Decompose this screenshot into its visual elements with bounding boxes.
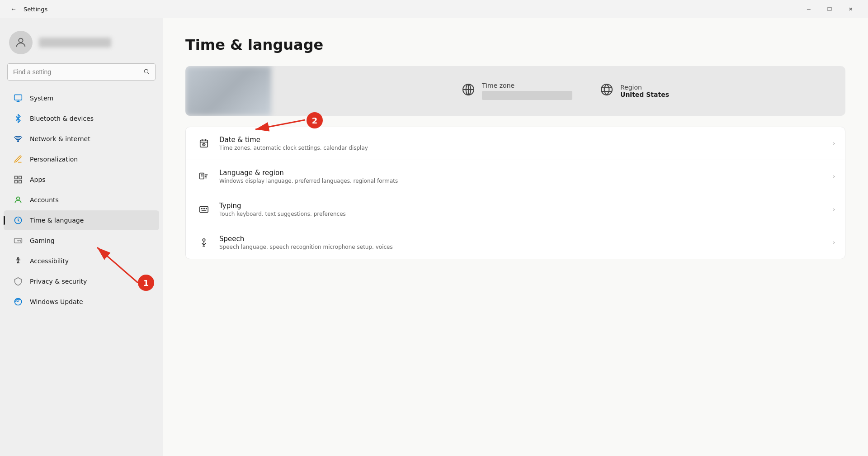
typing-icon bbox=[196, 201, 212, 218]
svg-rect-35 bbox=[200, 207, 208, 213]
banner-info: Time zone R bbox=[298, 82, 832, 100]
close-button[interactable]: ✕ bbox=[840, 0, 861, 18]
accounts-icon bbox=[13, 195, 24, 205]
sidebar-item-time[interactable]: Time & language bbox=[4, 210, 159, 230]
svg-point-18 bbox=[17, 258, 19, 259]
svg-point-0 bbox=[19, 38, 23, 43]
personalization-icon bbox=[13, 154, 24, 165]
avatar bbox=[9, 31, 33, 54]
speech-chevron: › bbox=[833, 239, 835, 246]
time-icon bbox=[13, 215, 24, 226]
search-box[interactable] bbox=[7, 63, 156, 81]
region-section: Region United States bbox=[599, 82, 669, 100]
search-icon bbox=[143, 68, 150, 76]
timezone-label: Time zone bbox=[482, 82, 572, 89]
page-title: Time & language bbox=[185, 36, 845, 53]
language-region-desc: Windows display language, preferred lang… bbox=[219, 178, 833, 184]
svg-point-16 bbox=[20, 240, 20, 241]
update-icon bbox=[13, 296, 24, 307]
sidebar-item-accounts-label: Accounts bbox=[30, 196, 59, 204]
app-title: Settings bbox=[24, 6, 47, 13]
timezone-icon bbox=[461, 82, 476, 100]
region-label: Region bbox=[620, 84, 669, 91]
speech-row[interactable]: Speech Speech language, speech recogniti… bbox=[186, 226, 845, 259]
language-region-row[interactable]: Language & region Windows display langua… bbox=[186, 160, 845, 193]
svg-point-24 bbox=[601, 84, 612, 95]
typing-chevron: › bbox=[833, 206, 835, 213]
gaming-icon bbox=[13, 235, 24, 246]
sidebar-item-accessibility-label: Accessibility bbox=[30, 257, 69, 265]
typing-row[interactable]: Typing Touch keyboard, text suggestions,… bbox=[186, 193, 845, 226]
svg-point-41 bbox=[203, 239, 205, 242]
svg-point-11 bbox=[17, 197, 20, 200]
date-time-chevron: › bbox=[833, 140, 835, 147]
typing-text: Typing Touch keyboard, text suggestions,… bbox=[219, 202, 833, 217]
language-icon bbox=[196, 168, 212, 185]
apps-icon bbox=[13, 174, 24, 185]
svg-rect-8 bbox=[19, 176, 22, 179]
language-region-text: Language & region Windows display langua… bbox=[219, 169, 833, 184]
privacy-icon bbox=[13, 276, 24, 287]
svg-point-1 bbox=[144, 69, 148, 73]
date-time-desc: Time zones, automatic clock settings, ca… bbox=[219, 145, 833, 151]
speech-desc: Speech language, speech recognition micr… bbox=[219, 244, 833, 250]
search-input[interactable] bbox=[13, 68, 140, 76]
svg-point-17 bbox=[20, 241, 21, 241]
timezone-value bbox=[482, 91, 572, 100]
svg-point-6 bbox=[18, 141, 19, 142]
language-region-chevron: › bbox=[833, 173, 835, 180]
typing-title: Typing bbox=[219, 202, 833, 210]
speech-title: Speech bbox=[219, 235, 833, 243]
sidebar-item-bluetooth-label: Bluetooth & devices bbox=[30, 115, 94, 122]
speech-text: Speech Speech language, speech recogniti… bbox=[219, 235, 833, 250]
sidebar-item-network-label: Network & internet bbox=[30, 135, 90, 142]
accessibility-icon bbox=[13, 256, 24, 266]
back-button[interactable]: ← bbox=[7, 3, 20, 15]
content-area: Time & language Time zone bbox=[163, 18, 868, 456]
date-time-row[interactable]: Date & time Time zones, automatic clock … bbox=[186, 127, 845, 160]
sidebar-item-privacy-label: Privacy & security bbox=[30, 278, 87, 285]
svg-rect-7 bbox=[15, 176, 18, 179]
network-icon bbox=[13, 133, 24, 144]
minimize-button[interactable]: ─ bbox=[798, 0, 819, 18]
sidebar-item-gaming-label: Gaming bbox=[30, 237, 55, 244]
sidebar-item-personalization[interactable]: Personalization bbox=[4, 149, 159, 169]
banner-image bbox=[185, 66, 271, 116]
date-time-title: Date & time bbox=[219, 136, 833, 144]
svg-rect-3 bbox=[14, 95, 22, 100]
sidebar-item-time-label: Time & language bbox=[30, 217, 84, 224]
sidebar-item-privacy[interactable]: Privacy & security bbox=[4, 271, 159, 291]
maximize-button[interactable]: ❐ bbox=[819, 0, 840, 18]
region-icon bbox=[599, 82, 614, 100]
titlebar: ← Settings ─ ❐ ✕ bbox=[0, 0, 868, 18]
user-name-blurred bbox=[39, 38, 111, 48]
sidebar-item-accounts[interactable]: Accounts bbox=[4, 190, 159, 210]
settings-card: Date & time Time zones, automatic clock … bbox=[185, 127, 845, 259]
svg-line-2 bbox=[148, 72, 149, 74]
user-profile bbox=[0, 25, 163, 63]
language-region-title: Language & region bbox=[219, 169, 833, 177]
speech-icon bbox=[196, 234, 212, 251]
sidebar-item-apps[interactable]: Apps bbox=[4, 170, 159, 190]
sidebar: System Bluetooth & devices bbox=[0, 18, 163, 456]
timezone-text: Time zone bbox=[482, 82, 572, 100]
window-controls: ─ ❐ ✕ bbox=[798, 0, 861, 18]
region-value: United States bbox=[620, 91, 669, 98]
date-time-text: Date & time Time zones, automatic clock … bbox=[219, 136, 833, 151]
nav-list: System Bluetooth & devices bbox=[0, 88, 163, 312]
search-container bbox=[0, 63, 163, 88]
sidebar-item-system[interactable]: System bbox=[4, 88, 159, 108]
sidebar-item-system-label: System bbox=[30, 95, 53, 102]
region-text: Region United States bbox=[620, 84, 669, 98]
sidebar-item-accessibility[interactable]: Accessibility bbox=[4, 251, 159, 271]
sidebar-item-update[interactable]: Windows Update bbox=[4, 292, 159, 312]
timezone-section: Time zone bbox=[461, 82, 572, 100]
svg-rect-10 bbox=[19, 180, 22, 183]
sidebar-item-network[interactable]: Network & internet bbox=[4, 129, 159, 149]
sidebar-item-bluetooth[interactable]: Bluetooth & devices bbox=[4, 109, 159, 128]
sidebar-item-apps-label: Apps bbox=[30, 176, 46, 183]
sidebar-item-gaming[interactable]: Gaming bbox=[4, 231, 159, 251]
sidebar-item-personalization-label: Personalization bbox=[30, 156, 78, 163]
typing-desc: Touch keyboard, text suggestions, prefer… bbox=[219, 211, 833, 217]
system-icon bbox=[13, 93, 24, 104]
